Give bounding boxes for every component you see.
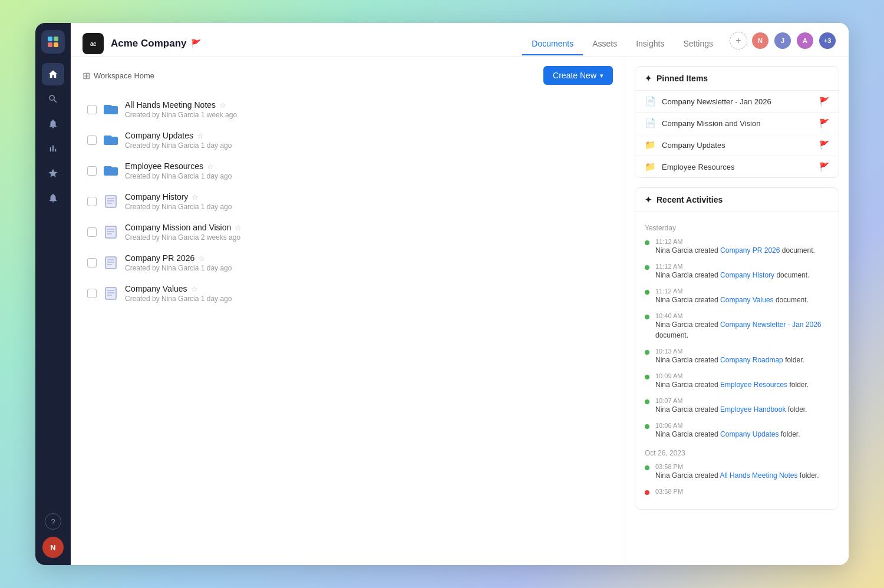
- doc-checkbox[interactable]: [87, 105, 97, 114]
- activity-content: 11:12 AM Nina Garcia created Company Val…: [655, 288, 829, 305]
- unpin-btn[interactable]: 🚩: [819, 140, 829, 150]
- doc-item[interactable]: All Hands Meeting Notes ☆ Created by Nin…: [83, 94, 613, 125]
- company-flag: 🚩: [191, 39, 201, 48]
- activity-content: 10:07 AM Nina Garcia created Employee Ha…: [655, 397, 829, 415]
- tab-insights[interactable]: Insights: [626, 33, 674, 55]
- sidebar-help-btn[interactable]: ?: [45, 513, 61, 530]
- doc-name-text: Company Mission and Vision: [125, 223, 231, 232]
- unpin-btn[interactable]: 🚩: [819, 162, 829, 171]
- avatar-a: A: [796, 31, 814, 50]
- activity-link[interactable]: Company History: [720, 271, 774, 279]
- sidebar-search-btn[interactable]: [42, 88, 64, 110]
- activity-link[interactable]: Company Values: [720, 296, 774, 304]
- activity-link[interactable]: Company Updates: [720, 430, 779, 438]
- activity-link[interactable]: Company Roadmap: [720, 356, 783, 364]
- doc-info: Employee Resources ☆ Created by Nina Gar…: [125, 161, 584, 180]
- doc-star[interactable]: ☆: [191, 285, 198, 293]
- activity-item: 03:58 PM Nina Garcia created All Hands M…: [645, 463, 829, 481]
- pinned-item-name: Company Mission and Vision: [662, 119, 813, 128]
- activity-time: 10:07 AM: [655, 397, 829, 404]
- doc-item[interactable]: Company Mission and Vision ☆ Created by …: [83, 217, 613, 247]
- doc-name-text: All Hands Meeting Notes: [125, 100, 216, 110]
- activity-item: 03:58 PM: [645, 488, 829, 495]
- activity-item: 10:06 AM Nina Garcia created Company Upd…: [645, 422, 829, 440]
- doc-info: Company Updates ☆ Created by Nina Garcia…: [125, 131, 584, 150]
- sidebar-bell-btn[interactable]: [42, 187, 64, 209]
- company-name: Acme Company: [111, 38, 186, 49]
- activity-text: Nina Garcia created Company Roadmap fold…: [655, 355, 829, 365]
- avatar-more-count[interactable]: +3: [818, 31, 837, 50]
- pinned-item[interactable]: 📄 Company Newsletter - Jan 2026 🚩: [635, 91, 839, 113]
- pinned-item[interactable]: 📁 Employee Resources 🚩: [635, 156, 839, 177]
- activity-time: 11:12 AM: [655, 263, 829, 270]
- sidebar-star-btn[interactable]: [42, 162, 64, 184]
- activity-item: 10:40 AM Nina Garcia created Company New…: [645, 312, 829, 341]
- activity-dot-red: [645, 490, 649, 495]
- doc-checkbox[interactable]: [87, 197, 97, 206]
- activity-text: Nina Garcia created Company History docu…: [655, 270, 829, 280]
- doc-name-text: Company Updates: [125, 131, 193, 140]
- doc-item[interactable]: Employee Resources ☆ Created by Nina Gar…: [83, 156, 613, 186]
- company-logo: ac: [83, 33, 104, 54]
- doc-item[interactable]: Company Updates ☆ Created by Nina Garcia…: [83, 125, 613, 156]
- activity-date-yesterday: Yesterday: [645, 224, 829, 232]
- doc-item[interactable]: Company PR 2026 ☆ Created by Nina Garcia…: [83, 247, 613, 278]
- doc-checkbox[interactable]: [87, 166, 97, 176]
- doc-list: All Hands Meeting Notes ☆ Created by Nin…: [83, 94, 613, 309]
- unpin-btn[interactable]: 🚩: [819, 118, 829, 128]
- current-user-avatar[interactable]: N: [42, 537, 64, 558]
- doc-star[interactable]: ☆: [192, 193, 199, 201]
- pinned-folder-icon: 📁: [645, 161, 656, 172]
- pinned-items-title: Pinned Items: [657, 74, 708, 83]
- doc-info: All Hands Meeting Notes ☆ Created by Nin…: [125, 100, 584, 119]
- activity-link[interactable]: Employee Resources: [720, 381, 787, 389]
- create-new-chevron: ▾: [600, 72, 603, 80]
- activity-content: 10:40 AM Nina Garcia created Company New…: [655, 312, 829, 341]
- doc-star[interactable]: ☆: [235, 223, 242, 232]
- pinned-doc-icon: 📄: [645, 118, 656, 128]
- doc-checkbox[interactable]: [87, 136, 97, 145]
- activity-dot: [645, 350, 649, 355]
- doc-star[interactable]: ☆: [198, 254, 205, 263]
- activity-link[interactable]: Employee Handbook: [720, 405, 786, 414]
- doc-meta: Created by Nina Garcia 1 day ago: [125, 141, 584, 150]
- create-new-button[interactable]: Create New ▾: [543, 66, 613, 85]
- tab-documents[interactable]: Documents: [522, 33, 583, 55]
- tab-assets[interactable]: Assets: [583, 33, 626, 55]
- doc-checkbox[interactable]: [87, 227, 97, 237]
- doc-meta: Created by Nina Garcia 1 day ago: [125, 264, 584, 272]
- tab-settings[interactable]: Settings: [674, 33, 723, 55]
- sidebar-home-btn[interactable]: [42, 63, 64, 85]
- unpin-btn[interactable]: 🚩: [819, 97, 829, 106]
- doc-star[interactable]: ☆: [207, 162, 214, 171]
- breadcrumb: ⊞ Workspace Home: [83, 70, 154, 81]
- doc-item[interactable]: Company History ☆ Created by Nina Garcia…: [83, 186, 613, 217]
- doc-star[interactable]: ☆: [219, 101, 226, 110]
- activity-item: 10:07 AM Nina Garcia created Employee Ha…: [645, 397, 829, 415]
- main-area: ac Acme Company 🚩 Documents Assets Insig…: [71, 23, 849, 565]
- activity-content: 03:58 PM: [655, 488, 829, 495]
- add-member-btn[interactable]: +: [730, 32, 747, 49]
- activity-text: Nina Garcia created Company PR 2026 docu…: [655, 245, 829, 256]
- activity-link[interactable]: Company PR 2026: [720, 246, 780, 255]
- content-area: ⊞ Workspace Home Create New ▾: [71, 57, 849, 565]
- recent-activities-panel: ✦ Recent Activities Yesterday 11:12 AM N…: [635, 187, 839, 510]
- svg-rect-12: [105, 257, 116, 269]
- pinned-item[interactable]: 📄 Company Mission and Vision 🚩: [635, 113, 839, 134]
- pin-header-icon: ✦: [645, 74, 652, 83]
- doc-checkbox[interactable]: [87, 258, 97, 267]
- doc-checkbox[interactable]: [87, 289, 97, 298]
- doc-star[interactable]: ☆: [197, 131, 204, 140]
- sidebar-narrow: ? N: [35, 23, 71, 565]
- activity-content: 10:09 AM Nina Garcia created Employee Re…: [655, 372, 829, 390]
- sidebar-chart-btn[interactable]: [42, 137, 64, 160]
- doc-meta: Created by Nina Garcia 1 week ago: [125, 111, 584, 119]
- sidebar-notification-btn[interactable]: [42, 113, 64, 135]
- activity-link[interactable]: All Hands Meeting Notes: [720, 471, 797, 480]
- doc-item[interactable]: Company Values ☆ Created by Nina Garcia …: [83, 278, 613, 309]
- activity-dot: [645, 399, 649, 404]
- activity-time: 03:58 PM: [655, 463, 829, 470]
- pinned-item[interactable]: 📁 Company Updates 🚩: [635, 134, 839, 156]
- activity-time: 10:40 AM: [655, 312, 829, 319]
- activity-link[interactable]: Company Newsletter - Jan 2026: [720, 321, 821, 329]
